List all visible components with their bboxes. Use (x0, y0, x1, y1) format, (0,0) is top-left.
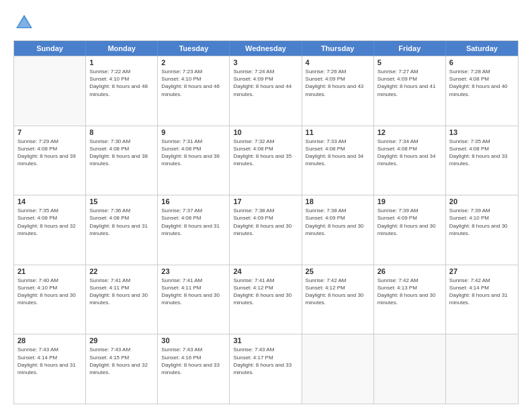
day-number: 31 (233, 336, 298, 345)
day-number: 30 (161, 336, 226, 345)
day-number: 18 (306, 197, 370, 205)
calendar-cell: 4Sunrise: 7:26 AMSunset: 4:09 PMDaylight… (302, 56, 374, 126)
day-number: 15 (89, 197, 154, 205)
calendar-row: 14Sunrise: 7:35 AMSunset: 4:08 PMDayligh… (14, 195, 518, 265)
day-number: 24 (233, 267, 298, 275)
calendar: SundayMondayTuesdayWednesdayThursdayFrid… (13, 40, 519, 404)
day-number: 12 (378, 128, 442, 136)
calendar-cell: 2Sunrise: 7:23 AMSunset: 4:10 PMDaylight… (158, 56, 230, 126)
day-number: 4 (306, 58, 370, 66)
cell-info: Sunrise: 7:42 AMSunset: 4:13 PMDaylight:… (378, 277, 442, 307)
calendar-cell: 28Sunrise: 7:43 AMSunset: 4:14 PMDayligh… (14, 334, 86, 404)
day-number: 16 (161, 197, 226, 205)
calendar-header-cell: Tuesday (158, 41, 230, 56)
cell-info: Sunrise: 7:39 AMSunset: 4:10 PMDaylight:… (449, 207, 515, 237)
cell-info: Sunrise: 7:24 AMSunset: 4:09 PMDaylight:… (233, 68, 298, 98)
day-number: 8 (89, 128, 154, 136)
day-number: 9 (161, 128, 226, 136)
day-number: 1 (89, 58, 154, 66)
cell-info: Sunrise: 7:35 AMSunset: 4:08 PMDaylight:… (17, 207, 82, 237)
header (13, 12, 519, 34)
cell-info: Sunrise: 7:41 AMSunset: 4:12 PMDaylight:… (233, 277, 298, 307)
cell-info: Sunrise: 7:27 AMSunset: 4:09 PMDaylight:… (378, 68, 442, 98)
calendar-header-cell: Monday (86, 41, 158, 56)
calendar-cell: 19Sunrise: 7:39 AMSunset: 4:09 PMDayligh… (374, 195, 446, 265)
calendar-cell: 12Sunrise: 7:34 AMSunset: 4:08 PMDayligh… (374, 126, 446, 195)
cell-info: Sunrise: 7:38 AMSunset: 4:09 PMDaylight:… (306, 207, 370, 237)
day-number: 28 (17, 336, 82, 345)
day-number: 7 (17, 128, 82, 136)
calendar-cell: 22Sunrise: 7:41 AMSunset: 4:11 PMDayligh… (86, 265, 158, 334)
calendar-header-cell: Saturday (446, 41, 518, 56)
calendar-cell: 7Sunrise: 7:29 AMSunset: 4:08 PMDaylight… (14, 126, 86, 195)
calendar-cell: 1Sunrise: 7:22 AMSunset: 4:10 PMDaylight… (86, 56, 158, 126)
calendar-row: 21Sunrise: 7:40 AMSunset: 4:10 PMDayligh… (14, 265, 518, 334)
day-number: 3 (233, 58, 298, 66)
calendar-cell (374, 334, 446, 404)
day-number: 23 (161, 267, 226, 275)
calendar-cell: 30Sunrise: 7:43 AMSunset: 4:16 PMDayligh… (158, 334, 230, 404)
day-number: 10 (233, 128, 298, 136)
day-number: 11 (306, 128, 370, 136)
calendar-cell: 8Sunrise: 7:30 AMSunset: 4:08 PMDaylight… (86, 126, 158, 195)
cell-info: Sunrise: 7:28 AMSunset: 4:08 PMDaylight:… (449, 68, 515, 98)
calendar-cell: 17Sunrise: 7:38 AMSunset: 4:09 PMDayligh… (230, 195, 302, 265)
day-number: 27 (449, 267, 515, 275)
calendar-cell: 10Sunrise: 7:32 AMSunset: 4:08 PMDayligh… (230, 126, 302, 195)
cell-info: Sunrise: 7:42 AMSunset: 4:14 PMDaylight:… (449, 277, 515, 307)
calendar-cell: 18Sunrise: 7:38 AMSunset: 4:09 PMDayligh… (302, 195, 374, 265)
day-number: 22 (89, 267, 154, 275)
day-number: 6 (449, 58, 515, 66)
calendar-cell: 26Sunrise: 7:42 AMSunset: 4:13 PMDayligh… (374, 265, 446, 334)
cell-info: Sunrise: 7:43 AMSunset: 4:17 PMDaylight:… (233, 346, 298, 376)
calendar-row: 28Sunrise: 7:43 AMSunset: 4:14 PMDayligh… (14, 334, 518, 404)
calendar-header-cell: Friday (374, 41, 446, 56)
logo-icon (13, 12, 35, 34)
cell-info: Sunrise: 7:41 AMSunset: 4:11 PMDaylight:… (89, 277, 154, 307)
calendar-cell: 31Sunrise: 7:43 AMSunset: 4:17 PMDayligh… (230, 334, 302, 404)
calendar-cell: 25Sunrise: 7:42 AMSunset: 4:12 PMDayligh… (302, 265, 374, 334)
cell-info: Sunrise: 7:36 AMSunset: 4:08 PMDaylight:… (89, 207, 154, 237)
page: SundayMondayTuesdayWednesdayThursdayFrid… (0, 0, 532, 411)
calendar-row: 1Sunrise: 7:22 AMSunset: 4:10 PMDaylight… (14, 56, 518, 126)
calendar-cell: 21Sunrise: 7:40 AMSunset: 4:10 PMDayligh… (14, 265, 86, 334)
day-number: 5 (378, 58, 442, 66)
calendar-cell: 27Sunrise: 7:42 AMSunset: 4:14 PMDayligh… (446, 265, 518, 334)
cell-info: Sunrise: 7:39 AMSunset: 4:09 PMDaylight:… (378, 207, 442, 237)
calendar-cell: 6Sunrise: 7:28 AMSunset: 4:08 PMDaylight… (446, 56, 518, 126)
calendar-header-cell: Wednesday (230, 41, 302, 56)
calendar-cell: 13Sunrise: 7:35 AMSunset: 4:08 PMDayligh… (446, 126, 518, 195)
cell-info: Sunrise: 7:40 AMSunset: 4:10 PMDaylight:… (17, 277, 82, 307)
cell-info: Sunrise: 7:33 AMSunset: 4:08 PMDaylight:… (306, 138, 370, 168)
day-number: 21 (17, 267, 82, 275)
day-number: 19 (378, 197, 442, 205)
calendar-cell: 23Sunrise: 7:41 AMSunset: 4:11 PMDayligh… (158, 265, 230, 334)
day-number: 14 (17, 197, 82, 205)
day-number: 26 (378, 267, 442, 275)
calendar-cell (302, 334, 374, 404)
calendar-cell (446, 334, 518, 404)
calendar-cell: 15Sunrise: 7:36 AMSunset: 4:08 PMDayligh… (86, 195, 158, 265)
calendar-header-cell: Sunday (14, 41, 86, 56)
cell-info: Sunrise: 7:29 AMSunset: 4:08 PMDaylight:… (17, 138, 82, 168)
calendar-cell: 3Sunrise: 7:24 AMSunset: 4:09 PMDaylight… (230, 56, 302, 126)
cell-info: Sunrise: 7:41 AMSunset: 4:11 PMDaylight:… (161, 277, 226, 307)
calendar-cell: 29Sunrise: 7:43 AMSunset: 4:15 PMDayligh… (86, 334, 158, 404)
cell-info: Sunrise: 7:23 AMSunset: 4:10 PMDaylight:… (161, 68, 226, 98)
calendar-cell: 9Sunrise: 7:31 AMSunset: 4:08 PMDaylight… (158, 126, 230, 195)
cell-info: Sunrise: 7:26 AMSunset: 4:09 PMDaylight:… (306, 68, 370, 98)
calendar-row: 7Sunrise: 7:29 AMSunset: 4:08 PMDaylight… (14, 126, 518, 195)
day-number: 2 (161, 58, 226, 66)
cell-info: Sunrise: 7:32 AMSunset: 4:08 PMDaylight:… (233, 138, 298, 168)
cell-info: Sunrise: 7:38 AMSunset: 4:09 PMDaylight:… (233, 207, 298, 237)
cell-info: Sunrise: 7:37 AMSunset: 4:08 PMDaylight:… (161, 207, 226, 237)
calendar-cell: 16Sunrise: 7:37 AMSunset: 4:08 PMDayligh… (158, 195, 230, 265)
day-number: 25 (306, 267, 370, 275)
day-number: 13 (449, 128, 515, 136)
cell-info: Sunrise: 7:22 AMSunset: 4:10 PMDaylight:… (89, 68, 154, 98)
calendar-cell: 14Sunrise: 7:35 AMSunset: 4:08 PMDayligh… (14, 195, 86, 265)
cell-info: Sunrise: 7:42 AMSunset: 4:12 PMDaylight:… (306, 277, 370, 307)
calendar-cell (14, 56, 86, 126)
calendar-cell: 11Sunrise: 7:33 AMSunset: 4:08 PMDayligh… (302, 126, 374, 195)
calendar-cell: 5Sunrise: 7:27 AMSunset: 4:09 PMDaylight… (374, 56, 446, 126)
